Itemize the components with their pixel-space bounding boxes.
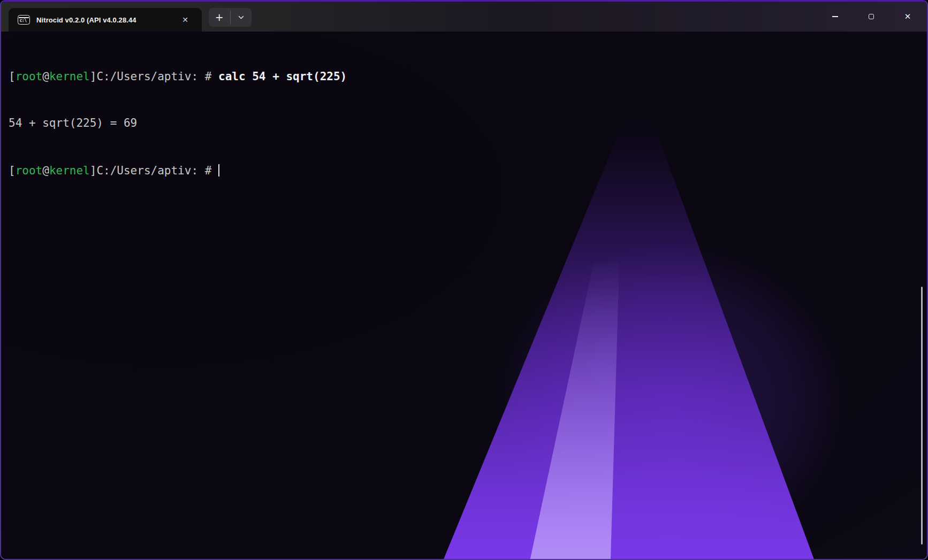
- prompt-at: @: [42, 164, 49, 177]
- command-result: 54 + sqrt(225) = 69: [9, 117, 137, 129]
- terminal-viewport[interactable]: [root@kernel]C:/Users/aptiv: # calc 54 +…: [1, 32, 927, 560]
- command-prompt-icon: c:\: [18, 15, 30, 25]
- tab-close-icon[interactable]: ✕: [179, 13, 192, 26]
- tab-title: Nitrocid v0.2.0 (API v4.0.28.44: [36, 16, 166, 24]
- prompt-bracket: ]: [90, 70, 97, 83]
- new-tab-button-group: +: [209, 8, 252, 27]
- new-tab-button[interactable]: +: [209, 8, 230, 27]
- chevron-down-icon: [238, 14, 245, 21]
- scrollbar-thumb[interactable]: [921, 287, 923, 544]
- terminal-window: c:\ Nitrocid v0.2.0 (API v4.0.28.44 ✕ + …: [0, 0, 928, 560]
- prompt-host: kernel: [49, 70, 90, 83]
- prompt-bracket: ]: [90, 164, 97, 177]
- terminal-output: [root@kernel]C:/Users/aptiv: # calc 54 +…: [9, 38, 347, 210]
- prompt-bracket: [: [9, 164, 16, 177]
- titlebar[interactable]: c:\ Nitrocid v0.2.0 (API v4.0.28.44 ✕ + …: [1, 2, 927, 32]
- output-line: 54 + sqrt(225) = 69: [9, 116, 347, 131]
- maximize-button[interactable]: [859, 6, 884, 27]
- maximize-icon: [869, 14, 874, 20]
- prompt-line: [root@kernel]C:/Users/aptiv: #: [9, 162, 347, 179]
- close-icon: ✕: [904, 13, 911, 21]
- minimize-button[interactable]: [823, 6, 847, 27]
- text-cursor: [218, 164, 220, 177]
- tab-nitrocid[interactable]: c:\ Nitrocid v0.2.0 (API v4.0.28.44 ✕: [9, 8, 202, 32]
- prompt-host: kernel: [49, 164, 90, 177]
- prompt-bracket: [: [9, 70, 16, 83]
- tab-dropdown-button[interactable]: [231, 8, 252, 27]
- window-controls: ✕: [823, 6, 920, 27]
- prompt-path: C:/Users/aptiv: #: [96, 164, 218, 177]
- prompt-user: root: [16, 164, 43, 177]
- prompt-path: C:/Users/aptiv: #: [96, 70, 218, 83]
- prompt-line: [root@kernel]C:/Users/aptiv: # calc 54 +…: [9, 69, 347, 85]
- typed-command: calc 54 + sqrt(225): [218, 70, 347, 83]
- prompt-at: @: [42, 70, 49, 83]
- prompt-user: root: [16, 70, 43, 83]
- command-prompt-icon-glyph: c:\: [18, 19, 26, 25]
- minimize-icon: [832, 16, 838, 17]
- close-button[interactable]: ✕: [895, 6, 920, 27]
